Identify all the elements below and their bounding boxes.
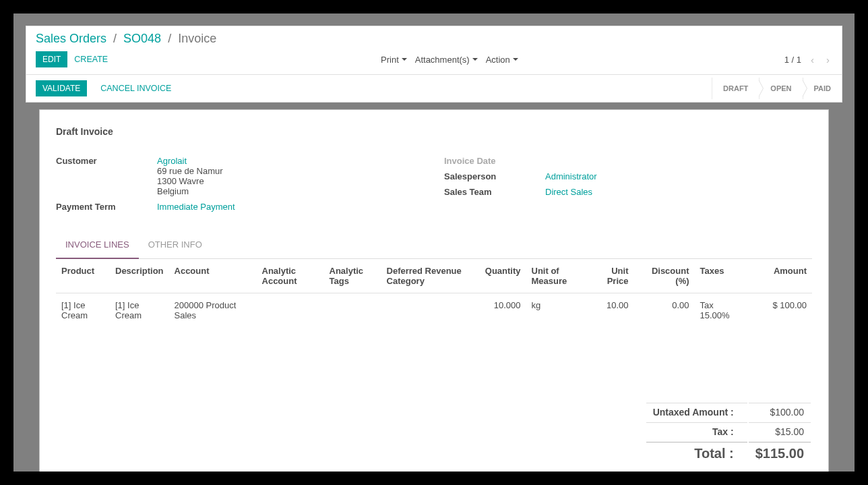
col-taxes: Taxes xyxy=(695,259,742,293)
status-stages: DRAFT OPEN PAID xyxy=(712,75,842,102)
untaxed-value: $100.00 xyxy=(749,403,811,421)
cell-taxes: Tax 15.00% xyxy=(695,293,742,328)
cell-account: 200000 Product Sales xyxy=(169,293,257,328)
customer-link[interactable]: Agrolait xyxy=(157,156,187,166)
col-unit-price: Unit Price xyxy=(590,259,634,293)
total-value: $115.00 xyxy=(749,442,811,465)
notebook-tabs: INVOICE LINES OTHER INFO xyxy=(56,233,812,259)
col-deferred: Deferred Revenue Category xyxy=(381,259,476,293)
cell-quantity: 10.000 xyxy=(476,293,526,328)
totals-grand-row: Total : $115.00 xyxy=(646,442,811,465)
form-columns: Customer Agrolait 69 rue de Namur 1300 W… xyxy=(56,154,812,216)
notebook: INVOICE LINES OTHER INFO Product Descrip… xyxy=(56,233,812,466)
tab-invoice-lines[interactable]: INVOICE LINES xyxy=(56,234,139,259)
customer-value: Agrolait 69 rue de Namur 1300 Wavre Belg… xyxy=(157,154,424,198)
totals-untaxed-row: Untaxed Amount : $100.00 xyxy=(646,403,811,421)
totals-tax-row: Tax : $15.00 xyxy=(646,422,811,440)
customer-label: Customer xyxy=(56,154,157,198)
caret-down-icon xyxy=(513,58,518,61)
totals-section: Untaxed Amount : $100.00 Tax : $15.00 To… xyxy=(56,401,812,466)
form-sheet: Draft Invoice Customer Agrolait 69 rue d… xyxy=(39,109,829,472)
cell-uom: kg xyxy=(526,293,590,328)
cell-amount: $ 100.00 xyxy=(742,293,812,328)
col-description: Description xyxy=(110,259,169,293)
action-label: Action xyxy=(486,55,510,65)
sales-team-link[interactable]: Direct Sales xyxy=(545,187,592,197)
print-label: Print xyxy=(381,55,399,65)
col-discount: Discount (%) xyxy=(634,259,695,293)
col-account: Account xyxy=(169,259,257,293)
breadcrumb-current: Invoice xyxy=(178,32,216,45)
breadcrumb-sales-orders[interactable]: Sales Orders xyxy=(36,32,106,45)
salesperson-link[interactable]: Administrator xyxy=(545,171,597,181)
sales-team-label: Sales Team xyxy=(444,186,545,198)
col-analytic-account: Analytic Account xyxy=(257,259,324,293)
form-title: Draft Invoice xyxy=(56,126,812,137)
customer-country: Belgium xyxy=(157,186,189,196)
col-product: Product xyxy=(56,259,110,293)
invoice-lines-table: Product Description Account Analytic Acc… xyxy=(56,259,812,327)
col-uom: Unit of Measure xyxy=(526,259,590,293)
pager: 1 / 1 ‹ › xyxy=(784,53,832,67)
pager-next[interactable]: › xyxy=(824,53,832,67)
breadcrumb-separator: / xyxy=(113,32,117,45)
action-dropdown[interactable]: Action xyxy=(486,55,518,65)
pager-prev[interactable]: ‹ xyxy=(808,53,817,67)
pager-text: 1 / 1 xyxy=(784,55,801,65)
col-analytic-tags: Analytic Tags xyxy=(324,259,381,293)
stage-open[interactable]: OPEN xyxy=(759,78,802,99)
breadcrumb-order[interactable]: SO048 xyxy=(123,32,161,45)
stage-paid[interactable]: PAID xyxy=(803,78,842,99)
cell-unit-price: 10.00 xyxy=(590,293,634,328)
invoice-date-label: Invoice Date xyxy=(444,154,545,167)
cell-analytic-tags xyxy=(324,293,381,328)
payment-term-label: Payment Term xyxy=(56,200,157,213)
cancel-invoice-button[interactable]: CANCEL INVOICE xyxy=(94,80,178,96)
caret-down-icon xyxy=(472,58,478,61)
totals-table: Untaxed Amount : $100.00 Tax : $15.00 To… xyxy=(645,401,812,466)
window-frame: Sales Orders / SO048 / Invoice EDIT CREA… xyxy=(0,0,868,485)
cell-analytic-account xyxy=(257,293,324,328)
tab-other-info[interactable]: OTHER INFO xyxy=(139,234,212,259)
col-amount: Amount xyxy=(742,259,812,293)
attachments-dropdown[interactable]: Attachment(s) xyxy=(415,55,478,65)
caret-down-icon xyxy=(402,58,407,61)
form-right-col: Invoice Date Salesperson Administrator S… xyxy=(444,154,812,216)
status-row: VALIDATE CANCEL INVOICE DRAFT OPEN PAID xyxy=(26,74,842,102)
validate-button[interactable]: VALIDATE xyxy=(36,80,87,96)
tax-value: $15.00 xyxy=(749,422,811,440)
breadcrumb-row: Sales Orders / SO048 / Invoice xyxy=(26,26,842,49)
customer-addr1: 69 rue de Namur xyxy=(157,166,223,176)
invoice-date-value xyxy=(545,154,812,167)
cell-discount: 0.00 xyxy=(634,293,695,328)
stage-draft[interactable]: DRAFT xyxy=(712,78,759,99)
col-quantity: Quantity xyxy=(476,259,526,293)
table-header-row: Product Description Account Analytic Acc… xyxy=(56,259,812,293)
attachments-label: Attachment(s) xyxy=(415,55,470,65)
viewport: Sales Orders / SO048 / Invoice EDIT CREA… xyxy=(13,13,855,472)
breadcrumb: Sales Orders / SO048 / Invoice xyxy=(36,32,832,46)
cell-product: [1] Ice Cream xyxy=(56,293,110,328)
control-panel: Sales Orders / SO048 / Invoice EDIT CREA… xyxy=(26,26,842,103)
cell-deferred xyxy=(381,293,476,328)
edit-button[interactable]: EDIT xyxy=(36,51,67,67)
untaxed-label: Untaxed Amount : xyxy=(646,403,747,421)
cell-description: [1] Ice Cream xyxy=(110,293,169,328)
total-label: Total : xyxy=(646,442,747,465)
toolbar: EDIT CREATE Print Attachment(s) Action xyxy=(26,49,842,74)
print-dropdown[interactable]: Print xyxy=(381,55,407,65)
tax-label: Tax : xyxy=(646,422,747,440)
customer-addr2: 1300 Wavre xyxy=(157,176,204,186)
payment-term-link[interactable]: Immediate Payment xyxy=(157,202,235,212)
center-actions: Print Attachment(s) Action xyxy=(381,55,518,65)
salesperson-label: Salesperson xyxy=(444,170,545,183)
form-left-col: Customer Agrolait 69 rue de Namur 1300 W… xyxy=(56,154,424,216)
breadcrumb-separator: / xyxy=(168,32,171,45)
table-row[interactable]: [1] Ice Cream [1] Ice Cream 200000 Produ… xyxy=(56,293,812,328)
create-button[interactable]: CREATE xyxy=(67,51,115,67)
